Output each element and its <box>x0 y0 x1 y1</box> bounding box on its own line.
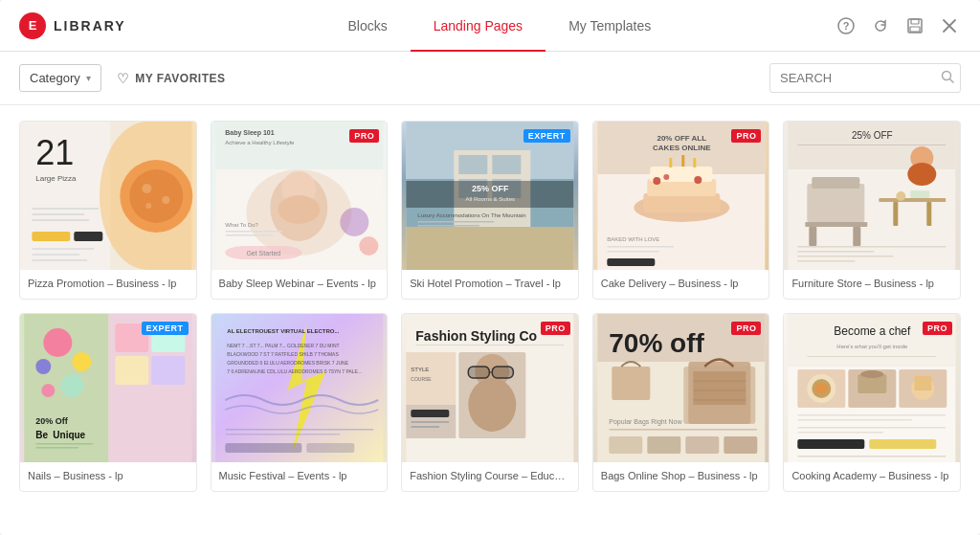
svg-rect-4 <box>910 27 920 32</box>
tab-blocks[interactable]: Blocks <box>324 1 410 52</box>
svg-rect-10 <box>110 122 191 270</box>
template-card-nails[interactable]: 20% Off Be Unique EXPERT Nails – Busines… <box>19 313 197 492</box>
card-badge-baby: PRO <box>349 129 379 143</box>
template-card-pizza[interactable]: 21 Large Pizza <box>19 121 197 300</box>
svg-rect-64 <box>669 158 672 167</box>
favorites-button[interactable]: ♡ MY FAVORITES <box>117 71 226 86</box>
card-thumbnail-nails: 20% Off Be Unique EXPERT <box>20 314 196 462</box>
refresh-icon[interactable] <box>869 14 892 37</box>
template-card-baby[interactable]: Baby Sleep 101 Achieve a Healthy Lifesty… <box>211 121 389 300</box>
card-thumbnail-ski: 25% OFF All Rooms & Suites Luxury Accomm… <box>402 122 578 270</box>
svg-rect-46 <box>458 155 487 174</box>
svg-rect-137 <box>411 426 439 428</box>
help-icon[interactable]: ? <box>835 14 858 37</box>
card-badge-fashion: PRO <box>541 322 570 335</box>
svg-rect-23 <box>32 248 94 250</box>
svg-rect-87 <box>927 202 932 226</box>
card-label-cooking: Cooking Academy – Business - lp <box>784 462 960 491</box>
svg-text:20% Off: 20% Off <box>35 416 69 426</box>
card-badge-cooking: PRO <box>923 322 952 335</box>
grid-container: 21 Large Pizza <box>0 105 980 535</box>
svg-rect-72 <box>607 251 659 253</box>
svg-text:Large Pizza: Large Pizza <box>35 174 77 183</box>
svg-rect-81 <box>813 177 860 189</box>
save-icon[interactable] <box>903 14 926 37</box>
card-badge-ski: EXPERT <box>523 129 570 143</box>
card-thumbnail-baby: Baby Sleep 101 Achieve a Healthy Lifesty… <box>212 122 388 270</box>
svg-rect-173 <box>798 439 865 449</box>
search-area[interactable] <box>769 63 961 93</box>
card-thumbnail-pizza: 21 Large Pizza <box>20 122 196 270</box>
svg-rect-175 <box>798 456 947 457</box>
svg-point-14 <box>129 169 183 223</box>
template-card-fashion[interactable]: Fashion Styling Co <box>401 313 579 492</box>
svg-text:25% OFF: 25% OFF <box>852 130 893 141</box>
svg-text:Be: Be <box>35 430 48 440</box>
svg-rect-82 <box>806 222 868 227</box>
header-actions: ? <box>835 14 961 37</box>
template-card-ski[interactable]: 25% OFF All Rooms & Suites Luxury Accomm… <box>401 121 579 300</box>
svg-rect-124 <box>415 345 564 346</box>
svg-point-17 <box>145 203 151 209</box>
category-label: Category <box>30 71 80 85</box>
svg-rect-66 <box>693 158 696 167</box>
close-icon[interactable] <box>938 14 961 37</box>
svg-point-127 <box>468 378 516 432</box>
card-label-pizza: Pizza Promotion – Business - lp <box>20 270 196 299</box>
template-card-bags[interactable]: 70% off <box>592 313 770 492</box>
template-card-cake[interactable]: 20% OFF ALL CAKES ONLINE <box>592 121 770 300</box>
favorites-label: MY FAVORITES <box>135 72 225 85</box>
svg-text:CAKES ONLINE: CAKES ONLINE <box>653 144 711 152</box>
svg-rect-169 <box>798 414 947 416</box>
card-thumbnail-furniture: 25% OFF <box>784 122 960 270</box>
svg-rect-18 <box>32 208 99 210</box>
svg-rect-136 <box>411 421 449 423</box>
svg-text:20% OFF ALL: 20% OFF ALL <box>657 134 706 143</box>
category-arrow: ▾ <box>86 73 91 83</box>
svg-rect-90 <box>798 246 947 248</box>
svg-rect-36 <box>225 234 273 236</box>
category-select[interactable]: Category ▾ <box>19 64 101 92</box>
svg-rect-80 <box>808 184 865 222</box>
tab-my-templates[interactable]: My Templates <box>546 1 674 52</box>
svg-line-8 <box>950 79 954 83</box>
template-card-furniture[interactable]: 25% OFF <box>783 121 961 300</box>
svg-text:GROUNDDED 0 EI.ULU AERODROMES : GROUNDDED 0 EI.ULU AERODROMES BRISK 7 JU… <box>227 360 348 366</box>
svg-point-101 <box>41 384 55 397</box>
svg-rect-84 <box>854 227 861 246</box>
svg-rect-86 <box>894 202 899 226</box>
search-input[interactable] <box>780 71 941 85</box>
toolbar: Category ▾ ♡ MY FAVORITES <box>0 52 980 105</box>
svg-rect-111 <box>215 314 383 462</box>
card-thumbnail-bags: 70% off <box>593 314 769 462</box>
svg-point-166 <box>861 370 884 378</box>
svg-text:Get Started: Get Started <box>246 250 280 256</box>
svg-text:Luxury Accommodations On The M: Luxury Accommodations On The Mountain <box>417 212 525 218</box>
logo-area: E LIBRARY <box>19 12 126 39</box>
template-card-music[interactable]: AL ELECTROUEST VIRTUAL ELECTRO... NEMT 7… <box>211 313 389 492</box>
svg-text:Achieve a Healthy Lifestyle: Achieve a Healthy Lifestyle <box>225 140 295 145</box>
svg-text:NEMT 7 ...ST 7... PALM 7... GO: NEMT 7 ...ST 7... PALM 7... GOLDENER 7 D… <box>227 343 339 348</box>
card-label-nails: Nails – Business - lp <box>20 462 196 491</box>
tab-landing-pages[interactable]: Landing Pages <box>411 1 546 52</box>
card-label-bags: Bags Online Shop – Business - lp <box>593 462 769 491</box>
svg-rect-118 <box>225 429 373 431</box>
svg-rect-85 <box>880 198 947 202</box>
svg-rect-71 <box>607 246 674 248</box>
svg-text:70% off: 70% off <box>609 328 704 358</box>
card-thumbnail-cooking: Become a chef Here's what you'll get ins… <box>784 314 960 462</box>
svg-rect-77 <box>798 145 947 145</box>
svg-rect-120 <box>225 443 301 453</box>
svg-point-69 <box>694 176 702 184</box>
svg-point-100 <box>60 374 83 397</box>
svg-rect-35 <box>225 231 282 233</box>
svg-rect-92 <box>798 256 894 257</box>
svg-text:BLACKWOOD 7 ST 7 RATFILED SHIL: BLACKWOOD 7 ST 7 RATFILED SHILB 7 THOMAS <box>227 351 339 357</box>
svg-rect-91 <box>798 251 875 253</box>
card-label-fashion: Fashion Styling Course – Educati... <box>402 462 578 491</box>
svg-rect-171 <box>798 427 947 429</box>
svg-rect-135 <box>411 410 449 417</box>
search-icon[interactable] <box>941 70 954 86</box>
svg-text:7 0 ADRENALINE CDL.ULU AERODRO: 7 0 ADRENALINE CDL.ULU AERODROMES 0 7SYN… <box>227 368 362 374</box>
template-card-cooking[interactable]: Become a chef Here's what you'll get ins… <box>783 313 961 492</box>
